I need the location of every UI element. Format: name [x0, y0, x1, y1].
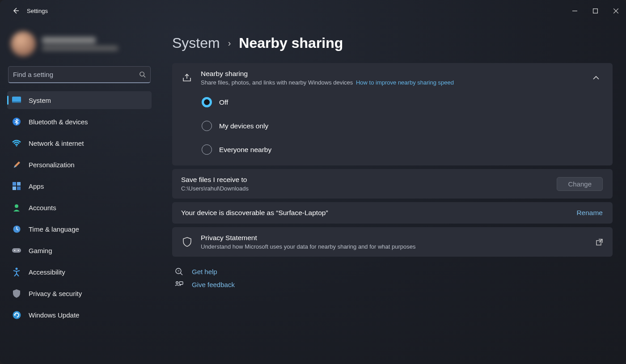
share-icon — [181, 73, 193, 82]
svg-rect-7 — [17, 182, 21, 186]
sidebar-item-label: Apps — [29, 182, 44, 190]
radio-off[interactable]: Off — [202, 97, 604, 107]
svg-rect-21 — [179, 282, 183, 284]
radio-label: Off — [219, 98, 228, 106]
svg-point-10 — [15, 204, 18, 208]
sidebar: System Bluetooth & devices Network & int… — [0, 21, 159, 364]
rename-link[interactable]: Rename — [576, 209, 603, 217]
save-path: C:\Users\rahul\Downloads — [181, 185, 549, 192]
save-location-card: Save files I receive to C:\Users\rahul\D… — [172, 169, 613, 199]
svg-rect-8 — [13, 186, 16, 190]
svg-point-1 — [140, 72, 144, 76]
sidebar-item-system[interactable]: System — [7, 91, 152, 109]
footer-links: ? Get help Give feedback — [172, 267, 613, 288]
nearby-sharing-card: Nearby sharing Share files, photos, and … — [172, 63, 613, 165]
svg-point-5 — [16, 145, 17, 147]
radio-everyone[interactable]: Everyone nearby — [202, 144, 604, 155]
save-title: Save files I receive to — [181, 176, 549, 184]
update-icon — [12, 310, 21, 320]
shield-icon — [12, 288, 21, 298]
sidebar-item-accessibility[interactable]: Accessibility — [7, 263, 152, 281]
sidebar-item-label: Personalization — [29, 161, 75, 169]
breadcrumb: System › Nearby sharing — [172, 35, 613, 51]
minimize-button[interactable] — [564, 2, 585, 20]
chevron-right-icon: › — [228, 38, 231, 48]
gamepad-icon — [12, 245, 21, 255]
device-name-card: Your device is discoverable as “Surface-… — [172, 202, 613, 224]
sidebar-item-gaming[interactable]: Gaming — [7, 241, 152, 259]
privacy-statement-card[interactable]: Privacy Statement Understand how Microso… — [172, 227, 613, 257]
window-title: Settings — [27, 8, 48, 14]
sidebar-item-label: Time & language — [29, 225, 79, 233]
radio-group: Off My devices only Everyone nearby — [172, 93, 613, 165]
bluetooth-icon — [12, 117, 21, 127]
wifi-icon — [12, 138, 21, 148]
sidebar-item-bluetooth[interactable]: Bluetooth & devices — [7, 113, 152, 131]
titlebar: Settings — [0, 0, 626, 21]
device-discoverable-text: Your device is discoverable as “Surface-… — [181, 209, 568, 217]
sidebar-item-label: Privacy & security — [29, 290, 82, 297]
page-title: Nearby sharing — [239, 35, 343, 51]
back-button[interactable] — [9, 7, 22, 14]
svg-point-15 — [16, 268, 18, 270]
give-feedback-link[interactable]: Give feedback — [174, 281, 613, 288]
privacy-subtitle: Understand how Microsoft uses your data … — [201, 243, 588, 250]
breadcrumb-parent[interactable]: System — [172, 35, 220, 51]
settings-window: Settings — [0, 0, 626, 364]
minimize-icon — [572, 8, 577, 13]
sidebar-item-label: Network & internet — [29, 140, 84, 147]
card-title: Nearby sharing — [201, 70, 581, 78]
privacy-title: Privacy Statement — [201, 234, 588, 242]
maximize-icon — [593, 8, 598, 13]
radio-indicator — [202, 144, 212, 155]
radio-indicator — [202, 97, 212, 107]
search-input[interactable] — [13, 71, 139, 78]
help-icon: ? — [174, 267, 184, 275]
sidebar-item-network[interactable]: Network & internet — [7, 134, 152, 152]
sidebar-item-label: Windows Update — [29, 311, 79, 319]
display-icon — [12, 95, 21, 105]
svg-rect-3 — [12, 102, 21, 103]
chevron-up-icon[interactable] — [589, 76, 603, 80]
radio-label: My devices only — [219, 122, 268, 130]
nearby-sharing-header[interactable]: Nearby sharing Share files, photos, and … — [172, 63, 613, 93]
get-help-link[interactable]: ? Get help — [174, 267, 613, 275]
profile-block[interactable] — [7, 28, 152, 60]
search-icon — [139, 71, 146, 78]
svg-rect-12 — [12, 248, 21, 253]
svg-point-20 — [176, 282, 178, 284]
sidebar-item-label: Bluetooth & devices — [29, 118, 88, 126]
avatar — [11, 31, 36, 56]
svg-point-14 — [18, 250, 19, 251]
card-subtitle: Share files, photos, and links with near… — [201, 79, 581, 86]
arrow-left-icon — [12, 7, 19, 14]
svg-rect-0 — [593, 8, 597, 13]
sidebar-item-label: System — [29, 97, 51, 104]
search-input-wrapper[interactable] — [8, 66, 151, 83]
svg-point-16 — [13, 311, 21, 319]
sidebar-item-label: Accounts — [29, 204, 56, 212]
main-content: System › Nearby sharing Nearby sharing S… — [159, 21, 626, 364]
sidebar-item-apps[interactable]: Apps — [7, 177, 152, 195]
change-button[interactable]: Change — [557, 177, 603, 191]
close-button[interactable] — [605, 2, 626, 20]
paintbrush-icon — [12, 160, 21, 169]
radio-my-devices[interactable]: My devices only — [202, 121, 604, 131]
radio-label: Everyone nearby — [219, 146, 271, 154]
sidebar-item-accounts[interactable]: Accounts — [7, 199, 152, 216]
sidebar-item-time-language[interactable]: Time & language — [7, 220, 152, 238]
radio-indicator — [202, 121, 212, 131]
svg-rect-9 — [17, 186, 21, 190]
maximize-button[interactable] — [585, 2, 605, 20]
help-link[interactable]: How to improve nearby sharing speed — [356, 79, 454, 86]
svg-point-13 — [14, 250, 15, 251]
sidebar-item-windows-update[interactable]: Windows Update — [7, 306, 152, 324]
sidebar-item-privacy-security[interactable]: Privacy & security — [7, 284, 152, 302]
person-icon — [12, 203, 21, 212]
svg-text:?: ? — [178, 269, 180, 273]
apps-icon — [12, 181, 21, 191]
shield-outline-icon — [181, 237, 193, 247]
sidebar-item-personalization[interactable]: Personalization — [7, 156, 152, 174]
feedback-icon — [174, 281, 184, 288]
accessibility-icon — [12, 267, 21, 277]
